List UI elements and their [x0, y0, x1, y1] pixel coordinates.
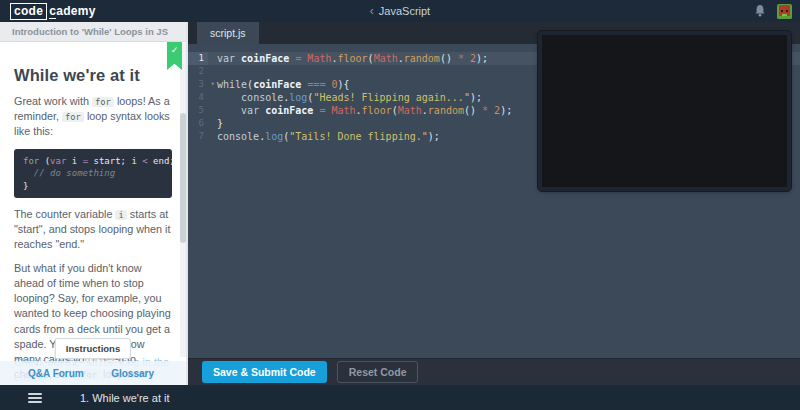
- logo-rest-text: ademy: [56, 4, 96, 18]
- instructions-tab[interactable]: Instructions: [55, 338, 131, 359]
- top-navbar: codecademy ‹ JavaScript: [0, 0, 800, 22]
- codecademy-logo[interactable]: codecademy: [10, 3, 96, 20]
- web-preview-panel: [538, 31, 791, 191]
- fold-spacer: [208, 52, 217, 65]
- lesson-footer-links: Q&A Forum Glossary: [0, 361, 186, 385]
- logo-cursor-letter: c: [49, 4, 56, 19]
- fold-spacer: [208, 65, 217, 78]
- line-number[interactable]: 5: [188, 104, 208, 117]
- exercise-label: 1. While we're at it: [80, 392, 170, 404]
- inline-code: for: [62, 112, 84, 122]
- lesson-code-line: // do something: [23, 167, 163, 179]
- bottom-navbar: 1. While we're at it: [0, 385, 800, 410]
- menu-icon[interactable]: [28, 393, 42, 403]
- lesson-code-block: for (var i = start; i < end; i++) { // d…: [14, 149, 172, 197]
- line-number[interactable]: 1: [188, 52, 208, 65]
- fold-caret-icon[interactable]: ▾: [208, 78, 217, 91]
- code-editor: script.js 1var coinFace = Math.floor(Mat…: [185, 22, 800, 385]
- panel-scrollbar-thumb[interactable]: [180, 113, 186, 243]
- glossary-link[interactable]: Glossary: [111, 368, 154, 379]
- lesson-paragraph: The counter variable i starts at "start"…: [14, 207, 172, 252]
- course-breadcrumb[interactable]: ‹ JavaScript: [370, 0, 430, 22]
- lesson-title: While we're at it: [14, 66, 172, 85]
- line-number[interactable]: 6: [188, 117, 208, 130]
- fold-spacer: [208, 117, 217, 130]
- reset-code-button[interactable]: Reset Code: [337, 361, 419, 383]
- save-submit-button[interactable]: Save & Submit Code: [202, 361, 327, 383]
- chevron-left-icon: ‹: [370, 4, 374, 18]
- lesson-code-line: }: [23, 180, 163, 192]
- inline-code: i: [115, 210, 126, 220]
- fold-spacer: [208, 91, 217, 104]
- qa-forum-link[interactable]: Q&A Forum: [28, 368, 84, 379]
- editor-actionbar: Save & Submit Code Reset Code: [188, 358, 800, 385]
- fold-spacer: [208, 104, 217, 117]
- course-title: JavaScript: [379, 5, 430, 17]
- inline-code: for: [92, 97, 114, 107]
- lesson-code-line: for (var i = start; i < end; i++) {: [23, 155, 163, 167]
- tab-script-js[interactable]: script.js: [197, 22, 259, 44]
- line-number[interactable]: 4: [188, 91, 208, 104]
- lesson-paragraph: Great work with for loops! As a reminder…: [14, 94, 172, 139]
- panel-scrollbar-track: [180, 43, 186, 357]
- lesson-panel: Introduction to 'While' Loops in JS ✓ Wh…: [0, 22, 186, 385]
- fold-spacer: [208, 130, 217, 143]
- logo-boxed-text: code: [10, 3, 47, 20]
- line-number[interactable]: 2: [188, 65, 208, 78]
- line-number[interactable]: 7: [188, 130, 208, 143]
- avatar[interactable]: [777, 4, 792, 19]
- line-number[interactable]: 3: [188, 78, 208, 91]
- lesson-header: Introduction to 'While' Loops in JS: [0, 22, 186, 42]
- bell-icon[interactable]: [753, 4, 767, 18]
